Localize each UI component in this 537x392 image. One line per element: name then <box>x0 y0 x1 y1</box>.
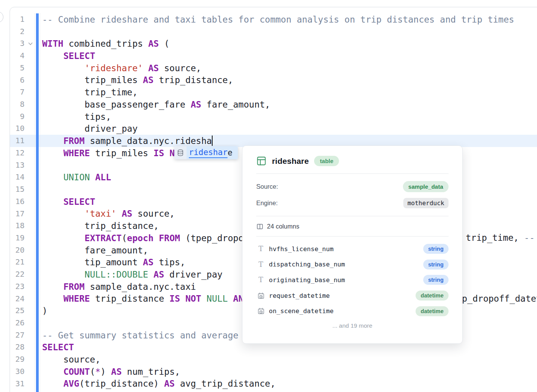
code-token: NULL::DOUBLE <box>85 270 148 279</box>
code-text[interactable]: tip_amount AS tips, <box>34 257 185 267</box>
code-token: AS <box>164 379 175 389</box>
popover-title: rideshare <box>272 157 309 166</box>
code-text-fragment[interactable]: p_dropoff_datet <box>462 293 537 305</box>
code-text[interactable]: UNION ALL <box>34 172 111 182</box>
line-number[interactable]: 32 <box>10 390 26 392</box>
line-number[interactable]: 12 <box>10 147 26 159</box>
code-text[interactable]: WHERE trip_miles IS N <box>34 148 175 158</box>
code-text[interactable]: FROM sample_data.nyc.taxi <box>34 282 196 292</box>
text-type-icon: T <box>256 245 265 252</box>
code-token <box>90 172 95 182</box>
code-token: FROM <box>63 282 84 292</box>
code-text[interactable]: trip_miles AS trip_distance, <box>34 75 233 85</box>
code-text-fragment[interactable]: trip_time, -- <box>466 232 535 244</box>
code-text[interactable]: trip_distance, <box>34 221 159 231</box>
line-number[interactable]: 18 <box>10 220 26 232</box>
code-text[interactable]: SELECT <box>34 197 95 207</box>
code-text[interactable]: base_passenger_fare AS fare_amount, <box>34 100 270 109</box>
line-number[interactable]: 28 <box>10 341 26 353</box>
code-token: trip_miles <box>42 75 143 85</box>
line-number[interactable]: 26 <box>10 317 26 329</box>
code-token: AS <box>111 367 122 377</box>
code-text[interactable]: 'rideshare' AS source, <box>34 63 201 73</box>
fold-chevron-icon[interactable] <box>26 42 34 46</box>
code-token <box>42 367 63 377</box>
line-number[interactable]: 15 <box>10 183 26 196</box>
line-number[interactable]: 6 <box>10 74 26 87</box>
code-token: AS <box>122 209 133 219</box>
line-number[interactable]: 10 <box>10 122 26 135</box>
line-number[interactable]: 31 <box>10 378 26 390</box>
line-number[interactable]: 9 <box>10 111 26 123</box>
code-text[interactable]: SELECT <box>34 342 74 352</box>
code-line: 31 AVG(trip_distance) AS avg_trip_distan… <box>10 378 537 390</box>
line-number[interactable]: 29 <box>10 353 26 366</box>
code-token <box>148 270 154 279</box>
code-text[interactable]: 'taxi' AS source, <box>34 209 175 219</box>
line-number[interactable]: 14 <box>10 171 26 183</box>
code-text[interactable]: driver_pay <box>34 124 138 134</box>
info-value-badge: motherduck <box>403 198 449 208</box>
autocomplete-rest-text: e <box>228 148 232 157</box>
code-text[interactable]: SELECT <box>34 51 95 61</box>
line-number[interactable]: 16 <box>10 196 26 208</box>
column-name: hvfhs_license_num <box>269 245 423 253</box>
line-number[interactable]: 8 <box>10 98 26 111</box>
code-token: AS <box>154 270 164 279</box>
column-type-badge: datetime <box>416 306 449 316</box>
line-number[interactable]: 5 <box>10 62 26 74</box>
code-text[interactable]: WHERE trip_distance IS NOT NULL AND <box>34 294 249 304</box>
floating-circle-button[interactable] <box>0 11 3 23</box>
text-type-icon: T <box>256 276 265 283</box>
code-text[interactable]: AVG(trip_distance) AS avg_trip_distance, <box>34 379 275 389</box>
line-number[interactable]: 1 <box>10 13 26 26</box>
code-text[interactable]: FROM sample_data.nyc.ridesha <box>34 136 213 146</box>
code-token: SELECT <box>63 51 95 61</box>
code-token: COUNT <box>63 367 90 377</box>
code-token: source, <box>42 354 100 364</box>
code-text[interactable]: -- Get summary statistics and average <box>34 330 244 340</box>
code-token: p_dropoff_datet <box>462 294 537 304</box>
code-text[interactable]: source, <box>34 354 100 364</box>
code-token: trip_time, <box>466 233 524 243</box>
code-token: AVG <box>63 379 79 389</box>
code-text[interactable]: EXTRACT(epoch FROM (tpep_dropo <box>34 233 244 243</box>
code-text[interactable]: -- Combine rideshare and taxi tables for… <box>34 15 514 24</box>
line-number[interactable]: 2 <box>10 26 26 38</box>
line-number[interactable]: 17 <box>10 208 26 220</box>
line-number[interactable]: 4 <box>10 50 26 62</box>
text-type-icon: T <box>256 261 265 268</box>
code-text[interactable]: trip_time, <box>34 87 138 97</box>
line-number[interactable]: 3 <box>10 38 26 50</box>
code-text[interactable]: COUNT(*) AS num_trips, <box>34 367 180 377</box>
code-token <box>164 148 170 158</box>
line-number[interactable]: 7 <box>10 86 26 98</box>
code-text[interactable]: tips, <box>34 112 111 122</box>
line-number[interactable]: 21 <box>10 256 26 268</box>
code-token: 'taxi' <box>85 209 116 219</box>
code-text[interactable]: fare_amount, <box>34 245 148 255</box>
code-token: sample_data.nyc.taxi <box>85 282 196 292</box>
line-number[interactable]: 11 <box>10 135 26 147</box>
line-number[interactable]: 19 <box>10 232 26 244</box>
code-token: EXTRACT <box>85 233 122 243</box>
line-number[interactable]: 25 <box>10 305 26 317</box>
code-text[interactable]: WITH combined_trips AS ( <box>34 39 169 49</box>
code-token: IS <box>154 148 164 158</box>
code-token <box>201 294 206 304</box>
code-line: 10 driver_pay <box>10 122 537 135</box>
autocomplete-option-rideshare[interactable]: rideshare <box>187 146 238 159</box>
code-token: ( <box>90 367 95 377</box>
line-number[interactable]: 30 <box>10 366 26 378</box>
line-number[interactable]: 24 <box>10 293 26 305</box>
line-number[interactable]: 22 <box>10 268 26 281</box>
code-text[interactable]: NULL::DOUBLE AS driver_pay <box>34 270 223 279</box>
code-token: * <box>95 367 101 377</box>
line-number[interactable]: 27 <box>10 329 26 341</box>
code-token: WHERE <box>63 148 90 158</box>
line-number[interactable]: 20 <box>10 244 26 256</box>
code-line: 3WITH combined_trips AS ( <box>10 38 537 50</box>
code-token: NULL <box>206 294 228 304</box>
line-number[interactable]: 23 <box>10 281 26 293</box>
line-number[interactable]: 13 <box>10 159 26 172</box>
